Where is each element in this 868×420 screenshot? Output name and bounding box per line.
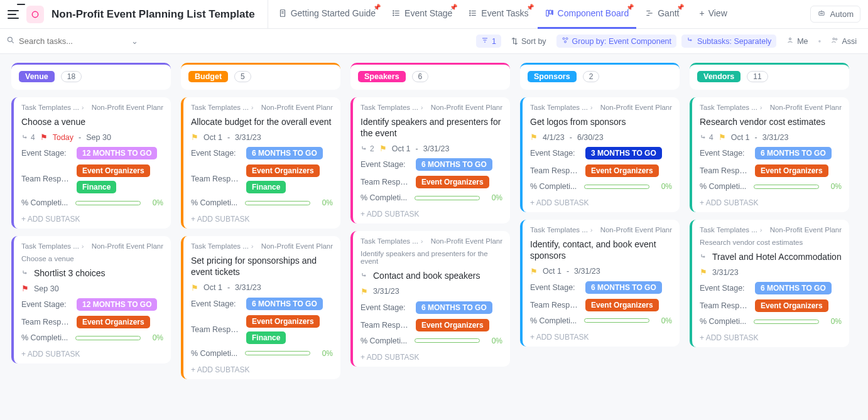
chevron-down-icon[interactable]: ⌄ [131, 36, 138, 46]
add-view-button[interactable]: + View [692, 0, 734, 29]
add-subtask-button[interactable]: + ADD SUBTASK [700, 331, 842, 343]
column-header[interactable]: Sponsors 2 [520, 63, 680, 90]
view-tab-event-tasks[interactable]: Event Tasks 📌 [461, 0, 536, 29]
progress-pct: 0% [485, 337, 502, 345]
add-subtask-button[interactable]: + ADD SUBTASK [530, 196, 672, 208]
add-subtask-button[interactable]: + ADD SUBTASK [530, 330, 672, 343]
menu-icon[interactable]: 3 [8, 8, 21, 21]
team-badge[interactable]: Event Organizers [416, 176, 489, 188]
task-title: Shortlist 3 choices [34, 267, 106, 279]
stage-badge[interactable]: 6 MONTHS TO GO [585, 281, 662, 294]
view-tab-component-board[interactable]: Component Board 📌 [538, 0, 637, 29]
team-badge[interactable]: Event Organizers [755, 299, 828, 312]
view-tab-event-stage[interactable]: Event Stage 📌 [384, 0, 460, 29]
pin-icon: 📌 [450, 4, 457, 11]
stage-badge[interactable]: 12 MONTHS TO GO [77, 298, 157, 311]
team-badge[interactable]: Event Organizers [416, 319, 489, 331]
automations-button[interactable]: Autom [810, 6, 860, 23]
progress-bar[interactable] [415, 338, 480, 343]
column-header[interactable]: Vendors 11 [690, 63, 849, 90]
column-header[interactable]: Budget 5 [181, 63, 340, 90]
space-logo[interactable] [26, 6, 44, 23]
subtask-count[interactable]: 4 [21, 133, 35, 142]
view-tab-getting-started-guide[interactable]: Getting Started Guide 📌 [271, 0, 383, 29]
team-badge[interactable]: Event Organizers [585, 164, 659, 177]
team-badge[interactable]: Event Organizers [755, 164, 828, 177]
plus-icon: + [699, 8, 704, 18]
filter-chip[interactable]: 1 [476, 35, 501, 48]
task-card[interactable]: Task Templates ...›Non-Profit Event Plan… [11, 236, 171, 363]
progress-bar[interactable] [415, 196, 480, 200]
stage-badge[interactable]: 6 MONTHS TO GO [755, 147, 832, 159]
sort-button[interactable]: ⇅ Sort by [506, 35, 551, 48]
search-wrap[interactable]: ⌄ [6, 36, 138, 46]
progress-bar[interactable] [754, 185, 819, 189]
stage-badge[interactable]: 6 MONTHS TO GO [246, 298, 323, 310]
team-badge[interactable]: Event Organizers [77, 164, 150, 177]
subtask-count[interactable]: 2 [361, 144, 374, 153]
column-header[interactable]: Venue 18 [11, 63, 171, 90]
assignee-filter[interactable]: Assi [826, 35, 862, 48]
add-subtask-button[interactable]: + ADD SUBTASK [361, 350, 502, 363]
progress-bar[interactable] [245, 351, 310, 355]
task-card[interactable]: Task Templates ...›Non-Profit Event Plan… [350, 97, 510, 223]
team-badge[interactable]: Event Organizers [246, 315, 320, 328]
progress-bar[interactable] [245, 201, 310, 205]
stage-badge[interactable]: 6 MONTHS TO GO [416, 301, 492, 314]
flag-icon[interactable]: ⚑ [379, 144, 387, 153]
task-card[interactable]: Task Templates ...›Non-Profit Event Plan… [690, 97, 849, 212]
column-header[interactable]: Speakers 6 [350, 63, 510, 90]
progress-bar[interactable] [584, 185, 649, 189]
flag-icon[interactable]: ⚑ [191, 283, 198, 293]
add-subtask-button[interactable]: + ADD SUBTASK [21, 347, 163, 360]
task-card[interactable]: Task Templates ...›Non-Profit Event Plan… [181, 236, 340, 379]
stage-badge[interactable]: 6 MONTHS TO GO [755, 282, 832, 294]
me-filter[interactable]: Me [781, 35, 813, 48]
task-card[interactable]: Task Templates ...›Non-Profit Event Plan… [520, 97, 680, 212]
subtask-count[interactable]: 4 [700, 133, 713, 142]
search-input[interactable] [19, 36, 127, 46]
task-title: Contact and book speakers [373, 270, 480, 281]
team-badge[interactable]: Event Organizers [585, 299, 659, 311]
flag-icon[interactable]: ⚑ [719, 132, 726, 142]
team-badge[interactable]: Finance [246, 331, 286, 344]
task-card[interactable]: Task Templates ...›Non-Profit Event Plan… [350, 231, 510, 366]
team-badge[interactable]: Finance [246, 181, 286, 193]
add-subtask-button[interactable]: + ADD SUBTASK [361, 207, 502, 220]
flag-icon[interactable]: ⚑ [530, 267, 538, 276]
add-subtask-button[interactable]: + ADD SUBTASK [191, 363, 333, 375]
task-card[interactable]: Task Templates ...›Non-Profit Event Plan… [11, 97, 171, 229]
progress-bar[interactable] [75, 201, 141, 205]
assignee-label: Assi [842, 37, 857, 46]
flag-icon[interactable]: ⚑ [191, 132, 198, 142]
progress-bar[interactable] [754, 320, 819, 324]
add-subtask-button[interactable]: + ADD SUBTASK [21, 212, 163, 225]
groupby-chip[interactable]: Group by: Event Component [556, 35, 676, 48]
stage-badge[interactable]: 6 MONTHS TO GO [246, 147, 323, 159]
stage-badge[interactable]: 12 MONTHS TO GO [77, 147, 157, 159]
add-subtask-button[interactable]: + ADD SUBTASK [700, 196, 842, 208]
field-completion: % Completi... 0% [21, 333, 163, 342]
stage-badge[interactable]: 3 MONTHS TO GO [585, 147, 662, 159]
team-badge[interactable]: Finance [77, 181, 116, 193]
team-badge[interactable]: Event Organizers [246, 164, 320, 177]
progress-bar[interactable] [75, 336, 141, 340]
flag-icon[interactable]: ⚑ [530, 132, 538, 142]
team-badges: Event Organizers [755, 164, 828, 177]
stage-badge[interactable]: 6 MONTHS TO GO [416, 158, 492, 171]
flag-icon[interactable]: ⚑ [21, 284, 29, 293]
team-badge[interactable]: Event Organizers [77, 316, 150, 328]
flag-icon[interactable]: ⚑ [40, 132, 48, 142]
subtasks-chip[interactable]: Subtasks: Separately [681, 35, 776, 48]
breadcrumb: Task Templates ...›Non-Profit Event Plan… [191, 242, 333, 250]
task-card[interactable]: Task Templates ...›Non-Profit Event Plan… [181, 97, 340, 229]
board: Venue 18Task Templates ...›Non-Profit Ev… [0, 54, 868, 420]
flag-icon[interactable]: ⚑ [700, 267, 707, 277]
subtask-icon [700, 253, 707, 261]
progress-bar[interactable] [584, 318, 649, 323]
add-subtask-button[interactable]: + ADD SUBTASK [191, 212, 333, 225]
task-card[interactable]: Task Templates ...›Non-Profit Event Plan… [520, 220, 680, 346]
task-card[interactable]: Task Templates ...›Non-Profit Event Plan… [690, 220, 849, 347]
view-tab-gantt[interactable]: Gantt 📌 [637, 0, 686, 29]
flag-icon[interactable]: ⚑ [361, 287, 368, 296]
